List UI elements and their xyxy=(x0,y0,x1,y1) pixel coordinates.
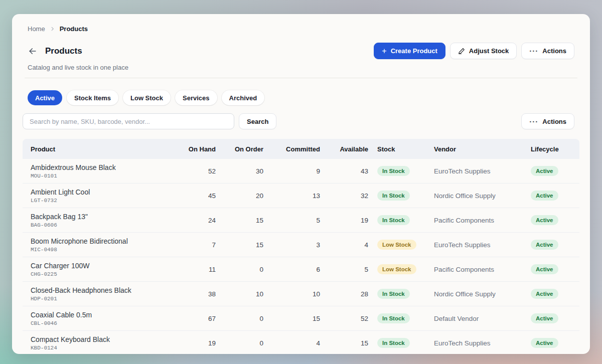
product-sku: MOU-0101 xyxy=(31,173,173,179)
table-row[interactable]: Backpack Bag 13" BAG-0606 24 15 5 19 In … xyxy=(23,208,579,233)
back-button[interactable] xyxy=(28,46,38,56)
table-row[interactable]: Car Charger 100W CHG-0225 11 0 6 5 Low S… xyxy=(23,257,579,282)
stock-cell: Low Stock xyxy=(368,264,434,274)
tab-stock-items[interactable]: Stock Items xyxy=(67,90,118,105)
lifecycle-cell: Active xyxy=(531,166,579,176)
vendor-name: Pacific Components xyxy=(434,217,531,224)
tab-services[interactable]: Services xyxy=(175,90,217,105)
breadcrumb-home[interactable]: Home xyxy=(28,25,45,33)
committed-value: 15 xyxy=(263,315,320,322)
product-sku: LGT-0732 xyxy=(31,198,173,204)
breadcrumb-chevron-icon xyxy=(50,26,55,32)
available-value: 28 xyxy=(320,290,368,298)
create-product-label: Create Product xyxy=(391,47,437,55)
adjust-stock-label: Adjust Stock xyxy=(469,47,509,55)
available-value: 19 xyxy=(320,217,368,224)
search-toolbar: Search ··· Actions xyxy=(23,113,579,129)
lifecycle-badge: Active xyxy=(531,313,558,323)
committed-value: 6 xyxy=(263,266,320,273)
lifecycle-cell: Active xyxy=(531,338,579,348)
table-row[interactable]: Compact Keyboard Black KBD-0124 19 0 4 1… xyxy=(23,331,579,354)
search-input[interactable] xyxy=(23,113,234,129)
available-value: 4 xyxy=(320,241,368,249)
stock-cell: In Stock xyxy=(368,313,434,323)
on-hand-value: 24 xyxy=(173,217,216,224)
products-table: Product On Hand On Order Committed Avail… xyxy=(23,139,579,354)
pencil-icon xyxy=(458,48,465,55)
page-subtitle: Catalog and live stock in one place xyxy=(28,64,574,71)
product-name: Backpack Bag 13" xyxy=(31,213,173,221)
column-header-product: Product xyxy=(23,145,173,153)
product-cell: Backpack Bag 13" BAG-0606 xyxy=(23,213,173,228)
product-cell: Compact Keyboard Black KBD-0124 xyxy=(23,335,173,351)
vendor-name: Nordic Office Supply xyxy=(434,192,531,200)
product-name: Ambidextrous Mouse Black xyxy=(31,163,173,171)
lifecycle-badge: Active xyxy=(531,338,558,348)
arrow-left-icon xyxy=(28,46,38,56)
product-name: Closed-Back Headphones Black xyxy=(31,286,173,294)
lifecycle-cell: Active xyxy=(531,215,579,225)
column-header-lifecycle: Lifecycle xyxy=(531,145,579,153)
divider xyxy=(25,78,577,78)
stock-cell: In Stock xyxy=(368,191,434,201)
adjust-stock-button[interactable]: Adjust Stock xyxy=(450,43,517,59)
product-cell: Boom Microphone Bidirectional MIC-0498 xyxy=(23,237,173,253)
products-window: Home Products Products + Create Product xyxy=(12,14,590,354)
product-cell: Closed-Back Headphones Black HDP-0201 xyxy=(23,286,173,302)
product-name: Boom Microphone Bidirectional xyxy=(31,237,173,245)
tab-archived[interactable]: Archived xyxy=(222,90,265,105)
available-value: 32 xyxy=(320,192,368,200)
breadcrumb: Home Products xyxy=(28,25,574,33)
table-row[interactable]: Ambient Light Cool LGT-0732 45 20 13 32 … xyxy=(23,184,579,208)
vendor-name: EuroTech Supplies xyxy=(434,339,531,347)
product-name: Car Charger 100W xyxy=(31,262,173,270)
vendor-name: Default Vendor xyxy=(434,315,531,322)
lifecycle-badge: Active xyxy=(531,215,558,225)
on-order-value: 10 xyxy=(216,290,263,298)
tab-active[interactable]: Active xyxy=(28,90,62,105)
product-sku: KBD-0124 xyxy=(31,345,173,351)
stock-badge: In Stock xyxy=(377,166,410,176)
on-order-value: 15 xyxy=(216,241,263,249)
committed-value: 5 xyxy=(263,217,320,224)
product-cell: Ambidextrous Mouse Black MOU-0101 xyxy=(23,163,173,179)
lifecycle-badge: Active xyxy=(531,166,558,176)
table-actions-button[interactable]: ··· Actions xyxy=(521,113,574,129)
on-order-value: 30 xyxy=(216,167,263,175)
on-hand-value: 52 xyxy=(173,167,216,175)
table-header-row: Product On Hand On Order Committed Avail… xyxy=(23,139,579,159)
committed-value: 3 xyxy=(263,241,320,249)
available-value: 5 xyxy=(320,266,368,273)
page-header: Products + Create Product Adjust Stock ·… xyxy=(23,43,579,59)
stock-badge: Low Stock xyxy=(377,264,416,274)
column-header-vendor: Vendor xyxy=(434,145,531,153)
product-name: Compact Keyboard Black xyxy=(31,335,173,343)
available-value: 52 xyxy=(320,315,368,322)
table-actions-label: Actions xyxy=(542,118,566,125)
table-row[interactable]: Closed-Back Headphones Black HDP-0201 38… xyxy=(23,282,579,306)
stock-badge: Low Stock xyxy=(377,240,416,250)
vendor-name: Nordic Office Supply xyxy=(434,290,531,298)
table-row[interactable]: Coaxial Cable 0.5m CBL-0046 67 0 15 52 I… xyxy=(23,306,579,331)
product-name: Ambient Light Cool xyxy=(31,188,173,196)
create-product-button[interactable]: + Create Product xyxy=(374,43,445,59)
lifecycle-cell: Active xyxy=(531,264,579,274)
available-value: 43 xyxy=(320,167,368,175)
column-header-available: Available xyxy=(320,145,368,153)
stock-cell: In Stock xyxy=(368,215,434,225)
vendor-name: Pacific Components xyxy=(434,266,531,273)
search-button[interactable]: Search xyxy=(239,113,276,129)
available-value: 15 xyxy=(320,339,368,347)
vendor-name: EuroTech Supplies xyxy=(434,167,531,175)
on-hand-value: 19 xyxy=(173,339,216,347)
tab-low-stock[interactable]: Low Stock xyxy=(123,90,171,105)
table-row[interactable]: Boom Microphone Bidirectional MIC-0498 7… xyxy=(23,233,579,257)
table-row[interactable]: Ambidextrous Mouse Black MOU-0101 52 30 … xyxy=(23,159,579,184)
committed-value: 13 xyxy=(263,192,320,200)
on-hand-value: 7 xyxy=(173,241,216,249)
header-actions-button[interactable]: ··· Actions xyxy=(521,43,574,59)
lifecycle-badge: Active xyxy=(531,191,558,201)
on-hand-value: 45 xyxy=(173,192,216,200)
product-sku: CHG-0225 xyxy=(31,271,173,277)
stock-badge: In Stock xyxy=(377,191,410,201)
